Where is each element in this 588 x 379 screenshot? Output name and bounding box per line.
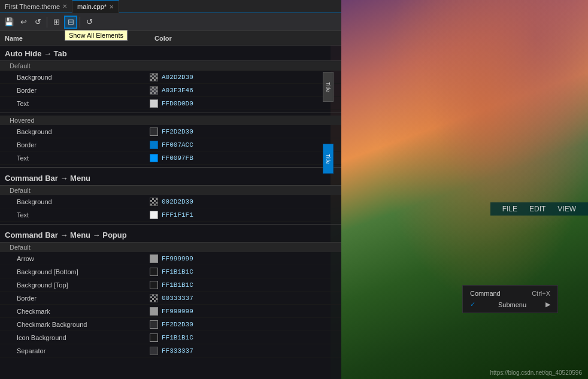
subsection-auto-hide-default: Default [0,61,341,71]
menu-file[interactable]: FILE [502,205,517,213]
color-swatch [150,268,158,276]
tab-theme[interactable]: First Theme.theme ✕ [0,0,72,13]
color-value: 00333337 [162,295,193,302]
color-swatch [150,86,158,95]
popup-command-shortcut: Ctrl+X [532,290,550,297]
table-row[interactable]: Checkmark FF999999 [0,305,341,318]
popup-submenu-label: Submenu [498,301,526,308]
popup-item-submenu[interactable]: ✓ Submenu ▶ [463,299,557,310]
color-value: FF1B1B1C [162,281,193,289]
divider-2 [0,113,341,113]
tab-bar: First Theme.theme ✕ main.cpp* ✕ [0,0,341,13]
table-row[interactable]: Background A02D2D30 [0,71,341,84]
menu-bar-preview: FILE EDIT VIEW [490,202,588,216]
tab-theme-close[interactable]: ✕ [62,3,67,10]
section-cmd-menu-popup: Command Bar → Menu → Popup [0,227,341,242]
menu-view[interactable]: VIEW [557,205,576,213]
color-swatch [150,141,158,149]
toolbar-tooltip: Show All Elements [65,30,128,41]
col-color-header: Color [154,35,172,42]
toolbar-separator-1 [47,17,47,28]
table-row[interactable]: Text FFF1F1F1 [0,208,341,222]
btn5-highlighted[interactable]: ⊟ [64,16,77,29]
color-swatch [150,198,158,206]
table-row[interactable]: Border FF007ACC [0,138,341,151]
color-value: 002D2D30 [162,198,193,205]
color-value: A02D2D30 [162,74,193,81]
redo-button[interactable]: ↺ [31,16,44,29]
table-row[interactable]: Background 002D2D30 [0,195,341,208]
table-row[interactable]: Separator FF333337 [0,344,341,357]
submenu-arrow-icon: ▶ [545,301,550,308]
color-swatch [150,320,158,329]
title-tab-1[interactable]: Title [323,72,334,102]
tab-main[interactable]: main.cpp* ✕ [72,0,119,13]
section-auto-hide-tab: Auto Hide → Tab [0,46,341,60]
refresh-button[interactable]: ↺ [83,16,96,29]
toolbar: 💾 ↩ ↺ ⊞ ⊟ ↺ Show All Elements [0,13,341,31]
section-command-bar-menu: Command Bar → Menu [0,170,341,185]
color-value: FF999999 [162,255,193,262]
color-swatch [150,154,158,162]
color-swatch [150,294,158,302]
color-swatch [150,99,158,108]
color-value: FF1B1B1C [162,334,193,341]
checkmark-icon: ✓ [470,301,475,308]
title-tab-2[interactable]: Title [323,144,334,174]
table-row[interactable]: Arrow FF999999 [0,252,341,265]
subsection-popup-default: Default [0,242,341,252]
popup-command-label: Command [470,290,501,297]
color-value: FF2D2D30 [162,128,193,135]
color-swatch [150,307,158,316]
table-row[interactable]: Checkmark Background FF2D2D30 [0,318,341,331]
content-area[interactable]: Auto Hide → Tab Default Background A02D2… [0,46,341,379]
background-landscape [331,0,588,379]
table-row[interactable]: Text FF0097FB [0,151,341,165]
table-row[interactable]: Background [Bottom] FF1B1B1C [0,265,341,278]
color-swatch [150,128,158,136]
color-swatch [150,347,158,355]
color-value: FFF1F1F1 [162,211,193,219]
color-swatch [150,333,158,342]
save-button[interactable]: 💾 [2,16,16,29]
table-row[interactable]: Text FFD0D0D0 [0,97,341,110]
color-value: FF0097FB [162,154,193,162]
watermark: https://blog.csdn.net/qq_40520596 [490,369,582,376]
color-swatch [150,254,158,263]
divider-3 [0,167,341,168]
subsection-cmd-menu-default: Default [0,186,341,195]
column-headers: Name Color [0,31,341,46]
popup-item-command[interactable]: Command Ctrl+X [463,288,557,299]
table-row[interactable]: Background FF2D2D30 [0,125,341,138]
tab-main-close[interactable]: ✕ [109,4,114,10]
color-value: FF007ACC [162,141,193,148]
table-row[interactable]: Background [Top] FF1B1B1C [0,278,341,292]
title-tab-2-label: Title [325,154,331,164]
color-value: FF1B1B1C [162,268,193,275]
color-value: A03F3F46 [162,87,193,94]
table-row[interactable]: Border A03F3F46 [0,84,341,97]
divider-5 [0,224,341,225]
title-tab-1-label: Title [325,82,331,92]
color-value: FFD0D0D0 [162,100,193,107]
table-row[interactable]: Border 00333337 [0,292,341,305]
tab-main-label: main.cpp* [77,3,107,10]
btn4[interactable]: ⊞ [50,16,63,29]
undo-button[interactable]: ↩ [17,16,30,29]
table-row[interactable]: Icon Background FF1B1B1C [0,331,341,344]
color-swatch [150,73,158,81]
color-swatch [150,281,158,289]
popup-menu-preview: Command Ctrl+X ✓ Submenu ▶ [462,285,558,313]
color-value: FF333337 [162,347,193,354]
color-swatch [150,211,158,219]
subsection-auto-hide-hovered: Hovered [0,116,341,125]
tab-theme-label: First Theme.theme [5,3,60,10]
color-value: FF2D2D30 [162,321,193,328]
color-value: FF999999 [162,308,193,315]
toolbar-separator-2 [80,17,80,28]
menu-edit[interactable]: EDIT [529,205,545,213]
main-panel: First Theme.theme ✕ main.cpp* ✕ 💾 ↩ ↺ ⊞ … [0,0,341,379]
